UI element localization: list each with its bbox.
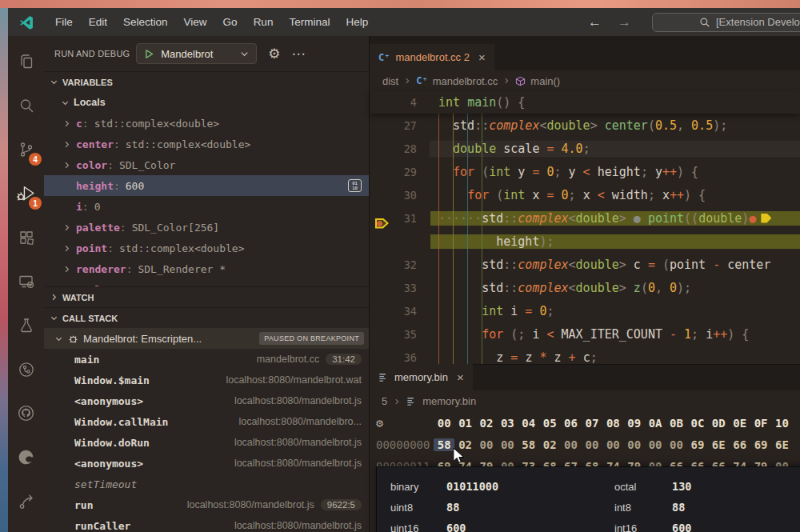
variable-row-height[interactable]: height:6000110 [44,175,369,196]
code-line-30[interactable]: 30 for (int x = 0; x < width; x++) { [370,183,800,206]
command-center-search[interactable]: [Extension Develop [652,13,800,32]
activity-explorer[interactable] [8,39,44,83]
hex-byte[interactable]: 6E [708,438,729,451]
hex-byte[interactable]: 00 [582,438,602,451]
hex-byte[interactable]: 00 [497,438,518,451]
tab-mandelbrot-cc[interactable]: C⁺ mandelbrot.cc 2 × [370,44,494,70]
tab-memory-bin[interactable]: memory.bin × [370,364,473,390]
hex-byte[interactable]: 66 [729,438,750,451]
variable-row-renderer[interactable]: renderer:SDL_Renderer * [44,258,369,279]
activity-github[interactable] [8,391,44,435]
hex-byte[interactable]: 00 [624,438,645,451]
code-text: double scale = 4.0; [430,142,800,156]
menu-edit[interactable]: Edit [81,8,115,36]
chevron-down-icon [50,78,58,86]
stack-frame-setTimeout[interactable]: setTimeout [44,474,369,494]
activity-edge-browser[interactable] [8,435,44,479]
hex-byte[interactable]: 6E [771,438,792,451]
call-stack-section-header[interactable]: CALL STACK [44,307,369,328]
code-line-32[interactable]: 32 std::complex<double> c = (point - cen… [370,253,800,276]
stack-frame-Window$main[interactable]: Window.$mainlocalhost:8080/mandelbrot.wa… [44,370,369,390]
hex-byte[interactable]: 00 [476,438,497,451]
debug-session-row[interactable]: Mandelbrot: Emscripten... PAUSED ON BREA… [44,328,369,349]
hex-byte[interactable]: 58 [518,438,539,451]
activity-run-and-debug[interactable]: 1 [8,171,44,215]
activity-source-control-graph[interactable] [8,347,44,391]
activity-search[interactable] [8,83,44,127]
activity-live-share[interactable] [8,479,44,523]
breadcrumb-item[interactable]: memory.bin [422,395,476,407]
stack-frame-runCaller[interactable]: runCallerlocalhost:8080/mandelbrot.js [44,515,369,532]
menu-view[interactable]: View [176,8,215,36]
code-line-28[interactable]: 28 double scale = 4.0; [370,137,800,160]
forward-icon[interactable]: → [610,14,639,30]
breadcrumb-item[interactable]: main() [530,75,560,87]
hex-column-header: 02 [476,417,497,430]
code-line-27[interactable]: 27 std::complex<double> center(0.5, 0.5)… [370,114,800,137]
variable-row-i[interactable]: i:0 [44,196,369,217]
menu-selection[interactable]: Selection [115,8,176,36]
sticky-scroll-line[interactable]: 4 int main() { [370,91,800,114]
hex-byte[interactable]: 00 [602,438,623,451]
variable-row-color[interactable]: color:SDL_Color [44,154,369,175]
menu-file[interactable]: File [47,8,81,36]
more-actions-icon[interactable]: ⋯ [292,46,306,62]
hex-settings-gear-icon[interactable]: ⚙ [376,416,434,430]
breadcrumb-item[interactable]: 5 [382,395,387,407]
variable-row-center[interactable]: center:std::complex<double> [44,134,369,154]
activity-testing[interactable] [8,303,44,347]
code-line-31[interactable]: 31······std::complex<double> ● point((do… [370,206,800,230]
stack-frame-main[interactable]: mainmandelbrot.cc31:42 [44,349,369,370]
code-line-33[interactable]: 33 std::complex<double> z(0, 0); [370,276,800,299]
menu-terminal[interactable]: Terminal [281,8,338,36]
breadcrumb-item[interactable]: mandelbrot.cc [433,75,498,87]
locals-scope-row[interactable]: Locals [44,92,369,113]
hex-byte[interactable]: 02 [539,438,560,451]
frame-line-badge: 31:42 [326,354,362,365]
variables-section-header[interactable]: VARIABLES [44,71,369,92]
stack-frame-WindowcallMain[interactable]: Window.callMainlocalhost:8080/mandelbro.… [44,411,369,432]
variable-row-c[interactable]: c:std::complex<double> [44,113,369,134]
variable-row-point[interactable]: point:std::complex<double> [44,238,369,258]
variable-value: 0 [94,201,101,213]
code-line-wrap[interactable]: height); [370,230,800,253]
code-line-35[interactable]: 35 for (; i < MAX_ITER_COUNT - 1; i++) { [370,322,800,346]
menu-go[interactable]: Go [215,8,246,36]
code-line-34[interactable]: 34 int i = 0; [370,299,800,322]
paused-breakpoint-icon[interactable] [375,218,389,229]
workbench: 41 RUN AND DEBUG Mandelbrot ⚙ ⋯ V [8,36,800,532]
menu-help[interactable]: Help [338,8,376,36]
hex-byte[interactable]: 00 [666,438,686,451]
close-icon[interactable]: × [478,50,486,64]
hex-byte[interactable]: 00 [560,438,581,451]
view-binary-icon[interactable]: 0110 [348,179,362,192]
chevron-right-icon [50,293,58,302]
breadcrumb-item[interactable]: dist [382,75,398,87]
activity-source-control[interactable]: 4 [8,127,44,171]
code-line-29[interactable]: 29 for (int y = 0; y < height; y++) { [370,160,800,183]
editor-tab-bar: C⁺ mandelbrot.cc 2 × [370,36,800,70]
stack-frame-anonymous[interactable]: <anonymous>localhost:8080/mandelbrot.js [44,390,369,411]
debug-config-dropdown[interactable]: Mandelbrot [136,43,257,64]
watch-section-header[interactable]: WATCH [44,286,369,307]
variable-row-palette[interactable]: palette:SDL_Color[256] [44,217,369,238]
start-debugging-icon[interactable] [144,49,154,59]
stack-frame-anonymous[interactable]: <anonymous>localhost:8080/mandelbrot.js [44,453,369,474]
activity-extensions[interactable] [8,215,44,259]
hex-byte[interactable]: 69 [687,438,708,451]
variable-value: SDL_Color [119,159,175,171]
debug-config-name: Mandelbrot [161,48,213,60]
hex-byte[interactable]: 00 [645,438,666,451]
inspector-label: uint8 [390,502,446,514]
debug-settings-gear-icon[interactable]: ⚙ [268,46,280,62]
frame-name: Window.doRun [74,437,150,449]
menu-run[interactable]: Run [246,8,282,36]
close-icon[interactable]: × [457,370,464,384]
hex-byte[interactable]: 69 [750,438,771,451]
search-icon [699,17,710,28]
stack-frame-WindowdoRun[interactable]: Window.doRunlocalhost:8080/mandelbrot.js [44,432,369,453]
activity-remote-explorer[interactable] [8,259,44,303]
stack-frame-run[interactable]: runlocalhost:8080/mandelbrot.js9622:5 [44,494,369,515]
frame-location: localhost:8080/mandelbrot.js [187,499,314,510]
back-icon[interactable]: ← [580,14,610,30]
